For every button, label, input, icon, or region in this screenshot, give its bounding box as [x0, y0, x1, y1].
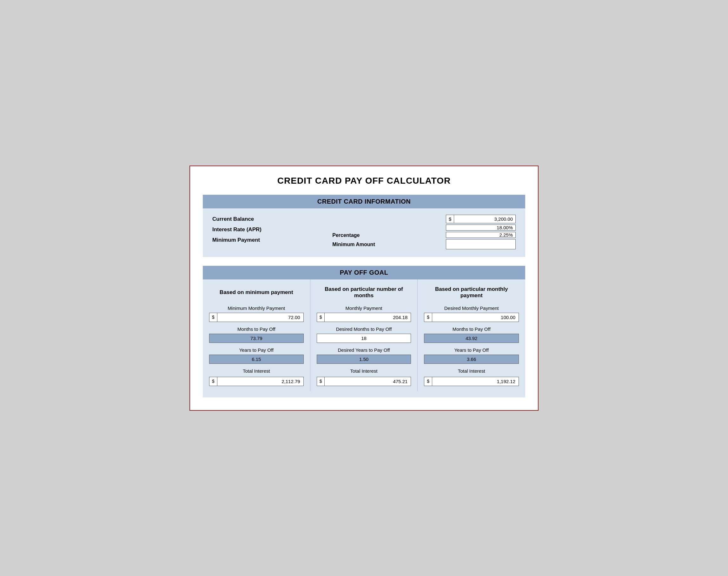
info-middle: Percentage Minimum Amount — [332, 215, 375, 249]
interest-rate-value: 18.00% — [446, 225, 515, 230]
col-1-field-box: $ 72.00 — [209, 313, 304, 322]
col-1-total-value: 2,112.79 — [217, 377, 303, 386]
col-3-currency: $ — [424, 313, 432, 322]
col-3-total-value: 1,192.12 — [432, 377, 519, 386]
col-2-field-value: 204.18 — [325, 313, 411, 322]
col-1-field-label: Minimum Monthly Payment — [227, 306, 285, 311]
goal-col-3: Based on particular monthly payment Desi… — [418, 280, 525, 391]
calculator-container: CREDIT CARD PAY OFF CALCULATOR CREDIT CA… — [190, 166, 538, 411]
col-3-total-interest-label: Total Interest — [458, 368, 485, 374]
col-2-field-box: $ 204.18 — [317, 313, 411, 322]
percentage-value: 2.25% — [446, 232, 515, 237]
balance-value: 3,200.00 — [454, 215, 515, 223]
col-2-total-interest-label: Total Interest — [351, 368, 377, 374]
col-3-years-label: Years to Pay Off — [454, 347, 488, 353]
col-1-total-currency: $ — [209, 377, 217, 386]
col-1-months-value: 73.79 — [209, 334, 304, 343]
interest-rate-label: Interest Rate (APR) — [212, 225, 261, 234]
minimum-amount-row — [446, 239, 516, 249]
col-1-months-label: Months to Pay Off — [237, 326, 276, 332]
main-title: CREDIT CARD PAY OFF CALCULATOR — [203, 176, 525, 186]
credit-card-info-section: Current Balance Interest Rate (APR) Mini… — [203, 208, 525, 257]
col-2-currency: $ — [317, 313, 325, 322]
col-1-header: Based on minimum payment — [220, 285, 293, 300]
info-labels: Current Balance Interest Rate (APR) Mini… — [212, 215, 261, 244]
goal-col-2: Based on particular number of months Mon… — [310, 280, 418, 391]
col-1-total-interest-row: $ 2,112.79 — [209, 377, 304, 386]
percentage-label: Percentage — [332, 231, 375, 239]
col-3-total-currency: $ — [424, 377, 432, 386]
col-3-total-interest-row: $ 1,192.12 — [424, 377, 519, 386]
col-3-header: Based on particular monthly payment — [424, 285, 519, 300]
credit-card-section-header: CREDIT CARD INFORMATION — [203, 195, 525, 208]
col-2-years-value: 1.50 — [317, 355, 411, 364]
info-grid: Current Balance Interest Rate (APR) Mini… — [212, 215, 516, 249]
col-1-total-interest-label: Total Interest — [243, 368, 270, 374]
col-3-field-box: $ 100.00 — [424, 313, 519, 322]
col-1-currency: $ — [209, 313, 217, 322]
col-1-years-label: Years to Pay Off — [239, 347, 274, 353]
balance-row: $ 3,200.00 — [446, 215, 516, 223]
col-2-months-input[interactable]: 18 — [317, 334, 411, 343]
col-3-field-value: 100.00 — [432, 313, 519, 322]
col-1-field-value: 72.00 — [217, 313, 303, 322]
col-2-field-label: Monthly Payment — [345, 306, 383, 311]
col-3-months-label: Months to Pay Off — [452, 326, 491, 332]
col-2-months-label: Desired Months to Pay Off — [336, 326, 392, 332]
col-1-years-value: 6.15 — [209, 355, 304, 364]
col-2-total-value: 475.21 — [325, 377, 411, 386]
balance-label: Current Balance — [212, 215, 261, 223]
percentage-row: 2.25% — [446, 232, 516, 238]
col-2-years-label: Desired Years to Pay Off — [338, 347, 390, 353]
col-2-total-interest-row: $ 475.21 — [317, 377, 411, 386]
goal-grid: Based on minimum payment Minimum Monthly… — [203, 280, 525, 391]
col-2-header: Based on particular number of months — [317, 285, 411, 300]
minimum-payment-label: Minimum Payment — [212, 236, 261, 244]
col-3-field-label: Desired Monthly Payment — [444, 306, 499, 311]
minimum-amount-value — [446, 239, 515, 249]
info-values: $ 3,200.00 18.00% 2.25% — [446, 215, 516, 249]
col-3-years-value: 3.66 — [424, 355, 519, 364]
col-3-months-value: 43.92 — [424, 334, 519, 343]
goal-col-1: Based on minimum payment Minimum Monthly… — [203, 280, 310, 391]
pay-off-section-header: PAY OFF GOAL — [203, 266, 525, 280]
pay-off-goal-section: Based on minimum payment Minimum Monthly… — [203, 280, 525, 397]
balance-currency: $ — [446, 215, 454, 223]
col-2-total-currency: $ — [317, 377, 325, 386]
minimum-amount-label: Minimum Amount — [332, 240, 375, 249]
interest-rate-row: 18.00% — [446, 225, 516, 231]
